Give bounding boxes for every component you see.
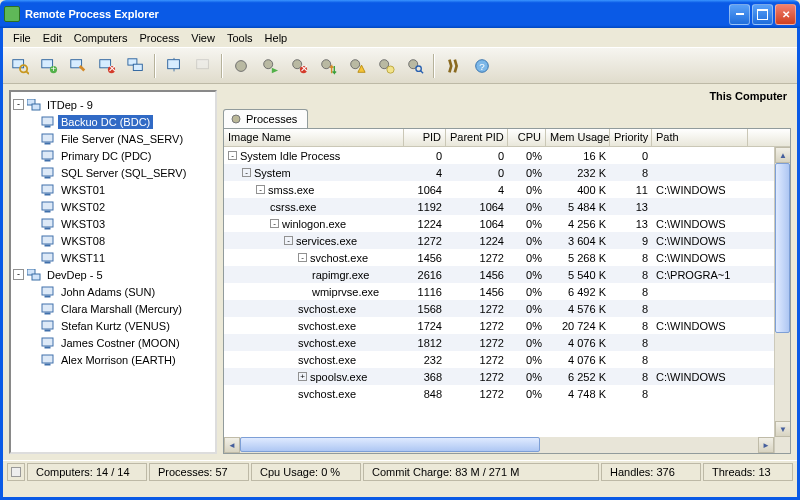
process-search-icon[interactable] [402, 53, 428, 79]
titlebar[interactable]: Remote Process Explorer [0, 0, 800, 28]
scroll-left-icon[interactable]: ◄ [224, 437, 240, 453]
table-row[interactable]: svchost.exe84812720%4 748 K8 [224, 385, 790, 402]
menu-help[interactable]: Help [259, 30, 294, 46]
menu-file[interactable]: File [7, 30, 37, 46]
table-row[interactable]: svchost.exe23212720%4 076 K8 [224, 351, 790, 368]
table-row[interactable]: -winlogon.exe122410640%4 256 K13C:\WINDO… [224, 215, 790, 232]
grid-header[interactable]: Image NamePIDParent PIDCPUMem UsagePrior… [224, 129, 790, 147]
tree-item[interactable]: John Adams (SUN) [13, 283, 213, 300]
window-title: Remote Process Explorer [25, 8, 727, 20]
tree-item[interactable]: SQL Server (SQL_SERV) [13, 164, 213, 181]
minimize-button[interactable] [729, 4, 750, 25]
tree-item[interactable]: Clara Marshall (Mercury) [13, 300, 213, 317]
table-row[interactable]: -System Idle Process000%16 K0 [224, 147, 790, 164]
horizontal-scrollbar[interactable]: ◄ ► [224, 437, 774, 453]
process-info-icon[interactable] [373, 53, 399, 79]
computer-tree[interactable]: -ITDep - 9Backuo DC (BDC)File Server (NA… [9, 90, 217, 454]
table-row[interactable]: svchost.exe172412720%20 724 K8C:\WINDOWS [224, 317, 790, 334]
process-run-icon[interactable] [257, 53, 283, 79]
collapse-icon[interactable]: - [13, 269, 24, 280]
tree-item[interactable]: Primary DC (PDC) [13, 147, 213, 164]
table-row[interactable]: wmiprvse.exe111614560%6 492 K8 [224, 283, 790, 300]
column-header[interactable]: Parent PID [446, 129, 508, 146]
cell-priority: 13 [610, 218, 652, 230]
computers-setup-icon[interactable] [123, 53, 149, 79]
table-row[interactable]: svchost.exe156812720%4 576 K8 [224, 300, 790, 317]
svg-rect-33 [45, 126, 50, 127]
table-row[interactable]: -smss.exe106440%400 K11C:\WINDOWS [224, 181, 790, 198]
cell-priority: 8 [610, 252, 652, 264]
tree-label: ITDep - 9 [44, 98, 96, 112]
column-header[interactable]: Mem Usage [546, 129, 610, 146]
table-row[interactable]: -svchost.exe145612720%5 268 K8C:\WINDOWS [224, 249, 790, 266]
tree-item[interactable]: WKST01 [13, 181, 213, 198]
cell-cpu: 0% [508, 286, 546, 298]
vertical-scrollbar[interactable]: ▲ ▼ [774, 147, 790, 437]
svg-rect-40 [42, 185, 53, 193]
table-row[interactable]: -System400%232 K8 [224, 164, 790, 181]
table-row[interactable]: svchost.exe181212720%4 076 K8 [224, 334, 790, 351]
svg-rect-54 [42, 304, 53, 312]
cell-pid: 2616 [404, 269, 446, 281]
column-header[interactable]: Path [652, 129, 748, 146]
process-kill-icon[interactable]: ✕ [286, 53, 312, 79]
tree-item[interactable]: WKST08 [13, 232, 213, 249]
menu-view[interactable]: View [185, 30, 221, 46]
tree-group[interactable]: -DevDep - 5 [13, 266, 213, 283]
edit-computer-icon[interactable] [65, 53, 91, 79]
svg-rect-42 [42, 202, 53, 210]
tree-item[interactable]: File Server (NAS_SERV) [13, 130, 213, 147]
connect-icon[interactable] [161, 53, 187, 79]
scroll-thumb[interactable] [775, 163, 790, 333]
refresh-icon[interactable] [228, 53, 254, 79]
scroll-up-icon[interactable]: ▲ [775, 147, 790, 163]
scroll-down-icon[interactable]: ▼ [775, 421, 790, 437]
menu-edit[interactable]: Edit [37, 30, 68, 46]
menu-tools[interactable]: Tools [221, 30, 259, 46]
column-header[interactable]: CPU [508, 129, 546, 146]
find-computer-icon[interactable] [7, 53, 33, 79]
svg-point-21 [351, 59, 360, 68]
column-header[interactable]: Priority [610, 129, 652, 146]
tree-item[interactable]: Stefan Kurtz (VENUS) [13, 317, 213, 334]
scroll-thumb[interactable] [240, 437, 540, 452]
cell-mem: 20 724 K [546, 320, 610, 332]
cell-parent-pid: 1272 [446, 354, 508, 366]
cell-cpu: 0% [508, 201, 546, 213]
remove-computer-icon[interactable]: ✕ [94, 53, 120, 79]
maximize-button[interactable] [752, 4, 773, 25]
tree-group[interactable]: -ITDep - 9 [13, 96, 213, 113]
tab-processes[interactable]: Processes [223, 109, 308, 128]
menu-computers[interactable]: Computers [68, 30, 134, 46]
cell-mem: 400 K [546, 184, 610, 196]
scroll-right-icon[interactable]: ► [758, 437, 774, 453]
column-header[interactable]: PID [404, 129, 446, 146]
svg-text:✕: ✕ [300, 63, 308, 74]
cell-pid: 1724 [404, 320, 446, 332]
table-row[interactable]: -services.exe127212240%3 604 K9C:\WINDOW… [224, 232, 790, 249]
close-button[interactable] [775, 4, 796, 25]
settings-icon[interactable] [440, 53, 466, 79]
help-icon[interactable]: ? [469, 53, 495, 79]
cell-pid: 1456 [404, 252, 446, 264]
tree-item[interactable]: WKST11 [13, 249, 213, 266]
collapse-icon[interactable]: - [13, 99, 24, 110]
disconnect-icon[interactable] [190, 53, 216, 79]
tree-item[interactable]: Backuo DC (BDC) [13, 113, 213, 130]
cell-parent-pid: 0 [446, 150, 508, 162]
process-warn-icon[interactable] [344, 53, 370, 79]
add-computer-icon[interactable]: + [36, 53, 62, 79]
column-header[interactable]: Image Name [224, 129, 404, 146]
table-row[interactable]: +spoolsv.exe36812720%6 252 K8C:\WINDOWS [224, 368, 790, 385]
svg-marker-16 [272, 67, 278, 72]
menu-process[interactable]: Process [134, 30, 186, 46]
cell-parent-pid: 1456 [446, 269, 508, 281]
table-row[interactable]: csrss.exe119210640%5 484 K13 [224, 198, 790, 215]
tree-item[interactable]: WKST03 [13, 215, 213, 232]
svg-rect-37 [45, 160, 50, 161]
table-row[interactable]: rapimgr.exe261614560%5 540 K8C:\PROGRA~1 [224, 266, 790, 283]
tree-item[interactable]: WKST02 [13, 198, 213, 215]
tree-item[interactable]: Alex Morrison (EARTH) [13, 351, 213, 368]
tree-item[interactable]: James Costner (MOON) [13, 334, 213, 351]
process-priority-icon[interactable] [315, 53, 341, 79]
